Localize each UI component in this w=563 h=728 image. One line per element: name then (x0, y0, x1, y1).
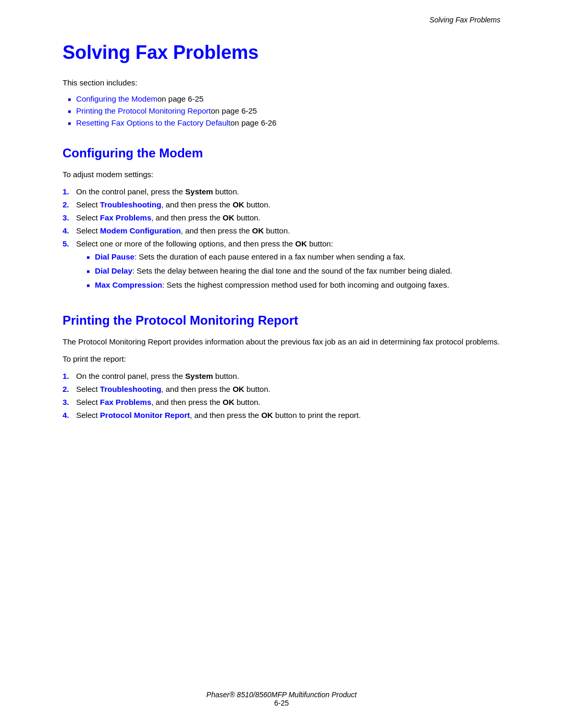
section2-step-2: 2. Select Troubleshooting, and then pres… (63, 385, 500, 393)
running-title: Solving Fax Problems (430, 16, 500, 24)
section1-steps: 1. On the control panel, press the Syste… (63, 187, 500, 294)
step5-content: Select one or more of the following opti… (76, 239, 500, 294)
toc-link-1[interactable]: Configuring the Modem (76, 94, 157, 103)
section2-steps: 1. On the control panel, press the Syste… (63, 372, 500, 419)
toc-suffix-1: on page 6-25 (157, 94, 203, 103)
s2-step1-bold: System (185, 372, 213, 380)
section1-step-2: 2. Select Troubleshooting, and then pres… (63, 200, 500, 209)
section1-step-4: 4. Select Modem Configuration, and then … (63, 226, 500, 235)
subitem-max-compression: Max Compression: Sets the highest compre… (87, 280, 500, 289)
s2-step4-ok: OK (261, 411, 273, 419)
step4-content: Select Modem Configuration, and then pre… (76, 226, 500, 235)
dial-delay-label: Dial Delay (95, 266, 132, 275)
section2-intro1: The Protocol Monitoring Report provides … (63, 337, 500, 346)
s2-step3-ok: OK (223, 398, 235, 406)
page-container: Solving Fax Problems Solving Fax Problem… (0, 0, 563, 728)
step1-bold: System (185, 187, 213, 196)
subitem-dial-delay: Dial Delay: Sets the delay between heari… (87, 266, 500, 275)
section1-intro: To adjust modem settings: (63, 170, 500, 179)
step5-ok: OK (295, 239, 307, 248)
step3-ok: OK (223, 213, 235, 222)
s2-step3-blue-bold: Fax Problems (100, 398, 151, 406)
footer-product: Phaser® 8510/8560MFP Multifunction Produ… (0, 690, 563, 699)
section2-step-3: 3. Select Fax Problems, and then press t… (63, 398, 500, 406)
step2-blue-bold: Troubleshooting (100, 200, 162, 209)
toc-item-1: Configuring the Modem on page 6-25 (68, 94, 500, 103)
step2-ok: OK (232, 200, 244, 209)
s2-step2-content: Select Troubleshooting, and then press t… (76, 385, 500, 393)
page-title: Solving Fax Problems (63, 42, 500, 64)
s2-step1-content: On the control panel, press the System b… (76, 372, 500, 380)
running-header: Solving Fax Problems (430, 16, 500, 24)
max-compression-label: Max Compression (95, 280, 162, 289)
intro-text: This section includes: (63, 78, 500, 87)
step4-blue-bold: Modem Configuration (100, 226, 181, 235)
toc-item-2: Printing the Protocol Monitoring Report … (68, 106, 500, 115)
s2-step3-num: 3. (63, 398, 76, 406)
section2-title: Printing the Protocol Monitoring Report (63, 313, 500, 328)
subitem-dial-pause: Dial Pause: Sets the duration of each pa… (87, 252, 500, 261)
step1-num: 1. (63, 187, 76, 196)
s2-step4-num: 4. (63, 411, 76, 419)
toc-link-2[interactable]: Printing the Protocol Monitoring Report (76, 106, 211, 115)
s2-step3-content: Select Fax Problems, and then press the … (76, 398, 500, 406)
toc-item-3: Resetting Fax Options to the Factory Def… (68, 118, 500, 127)
s2-step2-ok: OK (232, 385, 244, 393)
s2-step4-blue-bold: Protocol Monitor Report (100, 411, 190, 419)
step3-num: 3. (63, 213, 76, 222)
step5-num: 5. (63, 239, 76, 248)
step3-content: Select Fax Problems, and then press the … (76, 213, 500, 222)
s2-step4-content: Select Protocol Monitor Report, and then… (76, 411, 500, 419)
s2-step2-blue-bold: Troubleshooting (100, 385, 162, 393)
section2-step-1: 1. On the control panel, press the Syste… (63, 372, 500, 380)
section-configuring-modem: Configuring the Modem To adjust modem se… (63, 146, 500, 294)
footer-product-text: Phaser® 8510/8560MFP Multifunction Produ… (206, 690, 357, 699)
step2-num: 2. (63, 200, 76, 209)
section1-title: Configuring the Modem (63, 146, 500, 161)
section2-intro2: To print the report: (63, 354, 500, 363)
step4-num: 4. (63, 226, 76, 235)
step2-content: Select Troubleshooting, and then press t… (76, 200, 500, 209)
s2-step1-num: 1. (63, 372, 76, 380)
section-protocol-report: Printing the Protocol Monitoring Report … (63, 313, 500, 419)
section1-step-1: 1. On the control panel, press the Syste… (63, 187, 500, 196)
s2-step2-num: 2. (63, 385, 76, 393)
section2-step-4: 4. Select Protocol Monitor Report, and t… (63, 411, 500, 419)
footer-page: 6-25 (0, 699, 563, 707)
step1-content: On the control panel, press the System b… (76, 187, 500, 196)
toc-suffix-3: on page 6-26 (230, 118, 276, 127)
toc-list: Configuring the Modem on page 6-25 Print… (63, 94, 500, 127)
toc-link-3[interactable]: Resetting Fax Options to the Factory Def… (76, 118, 230, 127)
step3-blue-bold: Fax Problems (100, 213, 151, 222)
step5-subitems: Dial Pause: Sets the duration of each pa… (76, 252, 500, 289)
section1-step-3: 3. Select Fax Problems, and then press t… (63, 213, 500, 222)
step4-ok: OK (252, 226, 264, 235)
section1-step-5: 5. Select one or more of the following o… (63, 239, 500, 294)
toc-suffix-2: on page 6-25 (211, 106, 257, 115)
dial-pause-label: Dial Pause (95, 252, 134, 261)
footer: Phaser® 8510/8560MFP Multifunction Produ… (0, 690, 563, 707)
